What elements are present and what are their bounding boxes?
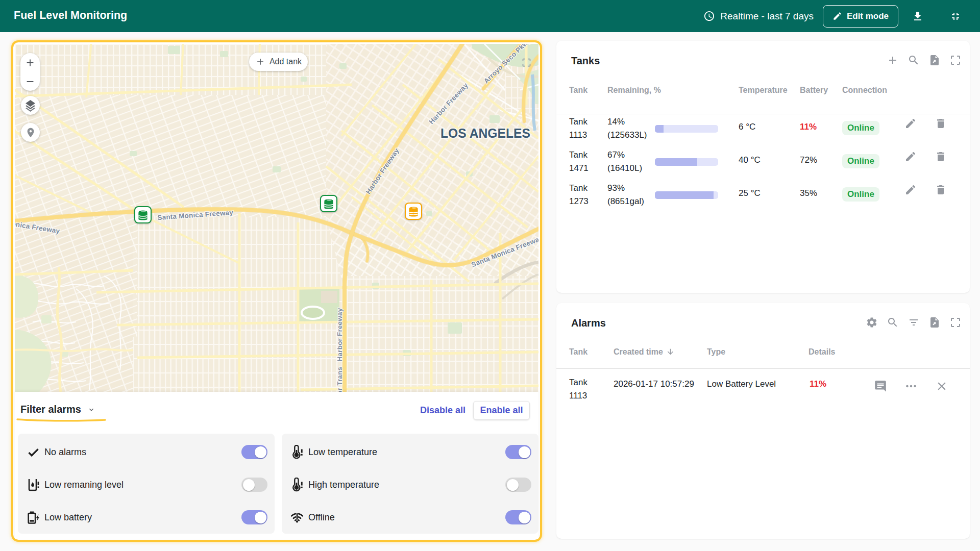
svg-text:Harbor Freeway: Harbor Freeway — [336, 308, 344, 361]
svg-text:Harbor Trans: Harbor Trans — [336, 367, 344, 392]
svg-text:LOS ANGELES: LOS ANGELES — [440, 126, 530, 140]
